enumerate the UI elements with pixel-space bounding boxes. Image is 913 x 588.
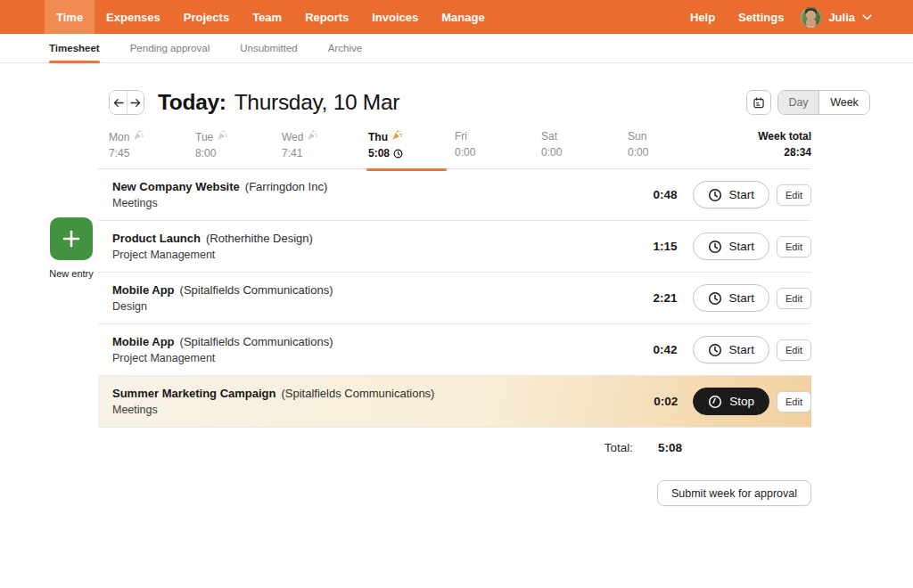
- running-clock-icon: [393, 149, 403, 159]
- project-name: Mobile App: [112, 335, 175, 348]
- day-name: Sun: [628, 130, 646, 143]
- top-bar: Time Expenses Projects Team Reports Invo…: [0, 0, 913, 34]
- task-name: Project Management: [112, 249, 653, 261]
- total-value: 5:08: [658, 441, 682, 454]
- day-total: 8:00: [195, 147, 282, 159]
- edit-entry-button[interactable]: Edit: [777, 184, 811, 206]
- new-entry-label: New entry: [46, 268, 96, 279]
- entry-time: 0:02: [654, 395, 678, 408]
- day-tab-thu-active[interactable]: Thu 5:08: [368, 130, 455, 159]
- day-total: 7:45: [109, 147, 195, 159]
- client-name: (Farringdon Inc): [245, 180, 327, 193]
- day-total: 0:00: [455, 146, 541, 159]
- date-pager: [109, 90, 144, 115]
- nav-item-projects[interactable]: Projects: [172, 0, 241, 34]
- start-timer-button[interactable]: Start: [693, 181, 770, 208]
- project-name: Mobile App: [112, 283, 175, 297]
- project-name: New Company Website: [112, 180, 240, 193]
- timesheet-sub-nav: Timesheet Pending approval Unsubmitted A…: [0, 34, 913, 63]
- submit-week-button[interactable]: Submit week for approval: [657, 480, 811, 506]
- timesheet-row-running: Summer Marketing Campaign(Spitalfields C…: [98, 376, 811, 428]
- day-tab-sun[interactable]: Sun 0:00: [628, 130, 714, 159]
- week-strip: Mon 7:45 Tue 8:00 Wed 7:41 Thu 5:08 Fri …: [98, 118, 811, 169]
- main-content: Today:Thursday, 10 Mar Day Week New entr…: [0, 87, 913, 506]
- main-nav: Time Expenses Projects Team Reports Invo…: [45, 0, 497, 34]
- start-timer-button[interactable]: Start: [693, 233, 770, 260]
- arrow-right-icon: [130, 98, 141, 108]
- entry-time: 0:42: [653, 343, 677, 356]
- client-name: (Rotherhithe Design): [206, 232, 313, 245]
- project-name: Summer Marketing Campaign: [112, 387, 276, 400]
- tab-pending-approval[interactable]: Pending approval: [130, 34, 210, 62]
- day-tab-tue[interactable]: Tue 8:00: [195, 130, 282, 159]
- date-text: Thursday, 10 Mar: [234, 90, 399, 114]
- edit-entry-button[interactable]: Edit: [777, 288, 811, 309]
- timesheet: Mon 7:45 Tue 8:00 Wed 7:41 Thu 5:08 Fri …: [98, 118, 811, 506]
- day-name: Tue: [195, 131, 213, 143]
- task-name: Meetings: [112, 404, 654, 416]
- plus-icon: [61, 228, 82, 249]
- task-name: Design: [112, 300, 653, 313]
- page-title: Today:Thursday, 10 Mar: [158, 90, 399, 115]
- start-timer-button[interactable]: Start: [693, 336, 770, 363]
- nav-item-reports[interactable]: Reports: [293, 0, 360, 34]
- help-link[interactable]: Help: [679, 0, 727, 34]
- tab-archive[interactable]: Archive: [328, 34, 362, 62]
- calendar-icon: [753, 96, 765, 110]
- day-week-toggle: Day Week: [777, 90, 870, 115]
- client-name: (Spitalfields Communications): [180, 283, 333, 297]
- nav-item-team[interactable]: Team: [241, 0, 293, 34]
- party-popper-icon: [133, 130, 144, 143]
- day-total: 5:08: [368, 147, 390, 159]
- client-name: (Spitalfields Communications): [282, 387, 435, 400]
- nav-item-invoices[interactable]: Invoices: [360, 0, 430, 34]
- day-tab-mon[interactable]: Mon 7:45: [109, 130, 195, 159]
- tab-timesheet[interactable]: Timesheet: [49, 34, 100, 62]
- clock-icon: [708, 395, 722, 409]
- edit-entry-button[interactable]: Edit: [777, 236, 811, 257]
- edit-entry-button[interactable]: Edit: [777, 391, 811, 412]
- day-name: Fri: [455, 130, 467, 143]
- day-name: Thu: [368, 131, 388, 143]
- day-name: Wed: [282, 131, 303, 143]
- day-total: 0:00: [628, 146, 714, 159]
- day-tab-sat[interactable]: Sat 0:00: [541, 130, 628, 159]
- entry-time: 2:21: [653, 291, 677, 305]
- entry-time: 1:15: [653, 240, 677, 253]
- new-entry-button[interactable]: [50, 217, 93, 260]
- top-bar-right: Help Settings Julia: [679, 0, 913, 34]
- day-total: 0:00: [541, 146, 628, 159]
- party-popper-icon: [307, 130, 317, 143]
- clock-icon: [708, 240, 722, 254]
- clock-icon: [708, 188, 722, 202]
- day-name: Mon: [109, 131, 129, 143]
- party-popper-icon: [217, 130, 227, 143]
- day-total: 7:41: [282, 147, 368, 159]
- user-menu[interactable]: Julia: [795, 0, 872, 34]
- clock-icon: [708, 343, 722, 357]
- chevron-down-icon: [862, 14, 872, 20]
- calendar-picker-button[interactable]: [746, 90, 771, 115]
- project-name: Product Launch: [112, 232, 201, 245]
- previous-day-button[interactable]: [110, 91, 127, 114]
- stop-timer-button[interactable]: Stop: [693, 388, 769, 415]
- today-label: Today:: [158, 90, 226, 114]
- avatar: [801, 7, 821, 28]
- view-day-button[interactable]: Day: [778, 91, 819, 114]
- day-tab-fri[interactable]: Fri 0:00: [455, 130, 541, 159]
- nav-item-manage[interactable]: Manage: [430, 0, 496, 34]
- day-tab-wed[interactable]: Wed 7:41: [282, 130, 368, 159]
- total-label: Total:: [605, 441, 633, 454]
- edit-entry-button[interactable]: Edit: [777, 339, 811, 361]
- next-day-button[interactable]: [127, 91, 144, 114]
- week-total-value: 28:34: [758, 146, 811, 159]
- arrow-left-icon: [113, 98, 124, 108]
- settings-link[interactable]: Settings: [727, 0, 795, 34]
- timesheet-row: Mobile App(Spitalfields Communications) …: [98, 324, 811, 376]
- nav-item-time[interactable]: Time: [45, 0, 95, 34]
- start-timer-button[interactable]: Start: [693, 284, 770, 312]
- nav-item-expenses[interactable]: Expenses: [95, 0, 172, 34]
- tab-unsubmitted[interactable]: Unsubmitted: [240, 34, 298, 62]
- view-controls: Day Week: [746, 90, 870, 115]
- view-week-button[interactable]: Week: [819, 91, 869, 114]
